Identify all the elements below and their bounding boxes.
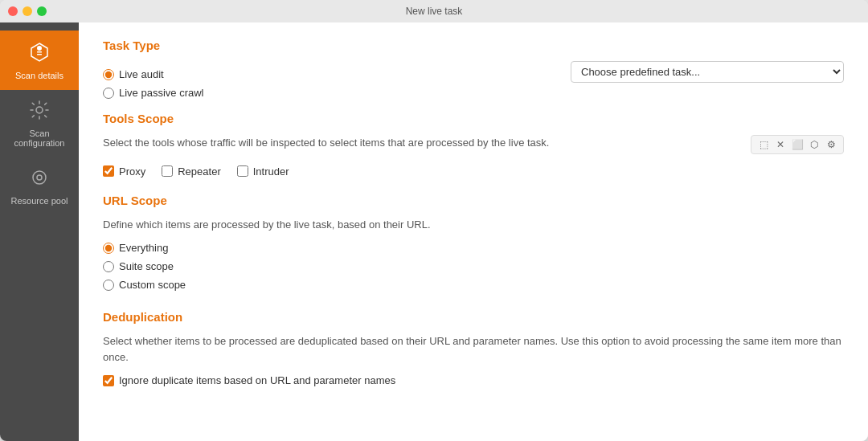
proxy-checkbox[interactable] [103,165,114,177]
intruder-label[interactable]: Intruder [237,165,289,178]
tools-checkbox-row: Proxy Repeater Intruder [103,165,844,178]
svg-point-5 [37,175,42,180]
tools-toolbar: ⬚ ✕ ⬜ ⬡ ⚙ [751,135,844,154]
main-window: New live task Scan details [0,0,868,441]
scan-configuration-icon [29,100,50,125]
sidebar-item-resource-pool[interactable]: Resource pool [0,157,79,215]
live-audit-radio[interactable] [103,69,114,80]
main-content: Scan details Scan configuration [0,22,868,441]
url-scope-description: Define which items are processed by the … [103,217,844,233]
deduplication-title: Deduplication [103,310,844,324]
titlebar-buttons [8,6,47,16]
sidebar-item-scan-configuration[interactable]: Scan configuration [0,90,79,157]
predefined-task-select[interactable]: Choose predefined task... [571,61,844,83]
maximize-button[interactable] [37,6,47,16]
everything-label[interactable]: Everything [103,242,844,254]
proxy-label[interactable]: Proxy [103,165,145,178]
window-title: New live task [406,6,463,17]
repeater-text: Repeater [178,165,220,178]
suite-scope-radio[interactable] [103,261,114,272]
sidebar: Scan details Scan configuration [0,22,79,441]
task-type-title: Task Type [103,39,204,52]
sidebar-item-scan-configuration-label: Scan configuration [6,129,72,148]
intruder-text: Intruder [253,165,289,178]
toolbar-settings-icon[interactable]: ⚙ [824,137,838,152]
repeater-checkbox[interactable] [162,165,173,177]
sidebar-item-scan-details-label: Scan details [15,71,63,80]
everything-text: Everything [119,242,168,254]
suite-scope-text: Suite scope [119,260,174,272]
proxy-text: Proxy [119,165,145,178]
sidebar-item-resource-pool-label: Resource pool [11,196,68,206]
toolbar-expand-icon[interactable]: ⬜ [790,137,805,152]
tools-scope-section: Tools Scope Select the tools whose traff… [103,112,844,178]
svg-rect-2 [37,54,42,55]
url-scope-radio-group: Everything Suite scope Custom scope [103,242,844,291]
repeater-label[interactable]: Repeater [162,165,220,178]
task-type-row: Task Type Live audit Live passive crawl … [103,39,844,99]
tools-scope-title: Tools Scope [103,112,844,125]
deduplication-section: Deduplication Select whether items to be… [103,310,844,386]
custom-scope-text: Custom scope [119,279,186,291]
custom-scope-label[interactable]: Custom scope [103,279,844,291]
toolbar-copy-icon[interactable]: ⬚ [756,137,771,152]
ignore-duplicate-checkbox[interactable] [103,375,114,386]
deduplication-description: Select whether items to be processed are… [103,333,844,365]
live-audit-text: Live audit [119,68,164,80]
titlebar: New live task [0,0,868,22]
live-passive-crawl-label[interactable]: Live passive crawl [103,87,204,99]
scan-details-icon [28,40,51,67]
deduplication-options: Ignore duplicate items based on URL and … [103,374,844,386]
live-audit-label[interactable]: Live audit [103,68,204,80]
tools-scope-description: Select the tools whose traffic will be i… [103,135,549,151]
live-passive-crawl-radio[interactable] [103,88,114,99]
url-scope-section: URL Scope Define which items are process… [103,194,844,292]
ignore-duplicate-text: Ignore duplicate items based on URL and … [119,374,395,386]
url-scope-title: URL Scope [103,194,844,207]
suite-scope-label[interactable]: Suite scope [103,260,844,272]
svg-point-3 [36,107,43,113]
svg-point-4 [33,171,46,184]
custom-scope-radio[interactable] [103,280,114,291]
minimize-button[interactable] [23,6,32,16]
everything-radio[interactable] [103,243,114,254]
toolbar-close-icon[interactable]: ✕ [773,137,788,152]
close-button[interactable] [8,6,18,16]
content-area: Task Type Live audit Live passive crawl … [79,22,868,441]
ignore-duplicate-label[interactable]: Ignore duplicate items based on URL and … [103,374,844,386]
live-passive-crawl-text: Live passive crawl [119,87,204,99]
svg-rect-1 [37,51,42,53]
sidebar-item-scan-details[interactable]: Scan details [0,31,79,90]
toolbar-share-icon[interactable]: ⬡ [807,137,821,152]
resource-pool-icon [29,167,50,193]
predefined-task-wrapper: Choose predefined task... [571,61,844,83]
task-type-radio-group: Task Type Live audit Live passive crawl [103,39,204,99]
task-type-section: Task Type Live audit Live passive crawl … [103,39,844,99]
svg-point-0 [37,46,42,51]
intruder-checkbox[interactable] [237,165,248,177]
